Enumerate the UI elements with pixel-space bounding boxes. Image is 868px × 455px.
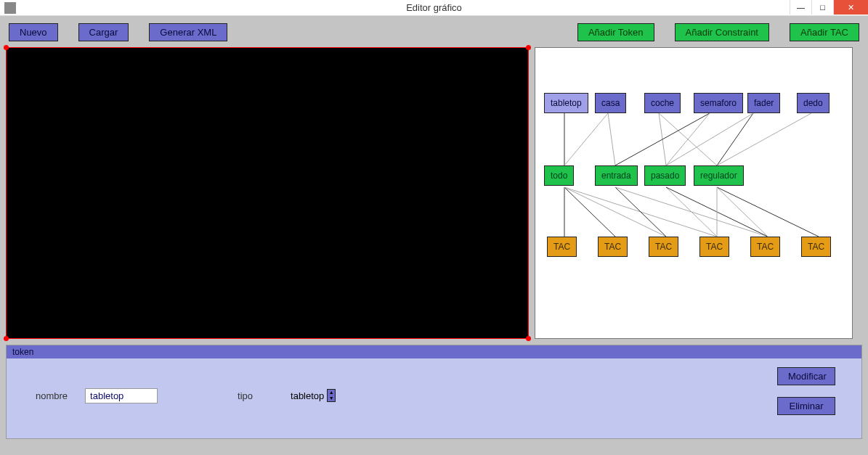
maximize-button[interactable]: □	[811, 0, 833, 15]
graph-panel[interactable]: tabletop casa coche semaforo fader dedo …	[535, 47, 853, 339]
chevron-up-icon: ▲	[328, 390, 335, 395]
tac-node[interactable]: TAC	[699, 237, 729, 257]
property-panel: token nombre tipo tabletop ▲ ▼ Modificar…	[6, 345, 862, 439]
svg-line-3	[659, 113, 666, 165]
token-node[interactable]: dedo	[797, 93, 830, 113]
svg-line-11	[564, 187, 615, 237]
nuevo-button[interactable]: Nuevo	[9, 23, 58, 41]
modificar-button[interactable]: Modificar	[777, 367, 835, 385]
token-node[interactable]: casa	[595, 93, 626, 113]
toolbar: Nuevo Cargar Generar XML Añadir Token Añ…	[6, 19, 862, 47]
node-label: casa	[601, 98, 620, 108]
cargar-button[interactable]: Cargar	[78, 23, 129, 41]
tac-node[interactable]: TAC	[649, 237, 678, 257]
tipo-label: tipo	[238, 390, 253, 401]
svg-line-17	[666, 187, 768, 237]
svg-line-1	[564, 113, 608, 165]
minimize-button[interactable]: —	[790, 0, 811, 15]
canvas[interactable]	[6, 47, 529, 339]
node-label: TAC	[706, 242, 723, 252]
token-node[interactable]: fader	[747, 93, 780, 113]
eliminar-button[interactable]: Eliminar	[777, 397, 835, 415]
add-token-button[interactable]: Añadir Token	[577, 23, 654, 41]
svg-line-4	[659, 113, 717, 165]
node-label: semaforo	[700, 98, 737, 108]
panel-header: token	[7, 345, 861, 358]
tipo-stepper[interactable]: ▲ ▼	[327, 389, 336, 402]
node-label: coche	[651, 98, 674, 108]
chevron-down-icon: ▼	[328, 395, 335, 401]
token-node[interactable]: coche	[644, 93, 681, 113]
node-label: TAC	[757, 242, 774, 252]
svg-line-14	[615, 187, 666, 237]
node-label: dedo	[803, 98, 823, 108]
resize-handle-bl[interactable]	[4, 336, 9, 341]
svg-line-6	[666, 113, 710, 165]
token-node[interactable]: tabletop	[544, 93, 588, 113]
token-node[interactable]: semaforo	[694, 93, 743, 113]
tac-node[interactable]: TAC	[801, 237, 831, 257]
generar-xml-button[interactable]: Generar XML	[149, 23, 227, 41]
svg-line-19	[717, 187, 819, 237]
node-label: fader	[754, 98, 774, 108]
app-icon	[4, 2, 16, 14]
svg-line-20	[717, 187, 768, 237]
constraint-node[interactable]: entrada	[595, 165, 638, 186]
tac-node[interactable]: TAC	[547, 237, 577, 257]
node-label: tabletop	[551, 98, 582, 108]
tac-node[interactable]: TAC	[598, 237, 628, 257]
titlebar: Editor gráfico — □ ✕	[0, 0, 868, 16]
nombre-input[interactable]	[85, 388, 158, 403]
constraint-node[interactable]: todo	[544, 165, 574, 186]
node-label: pasado	[651, 171, 679, 181]
svg-line-16	[666, 187, 717, 237]
node-label: TAC	[553, 242, 570, 252]
add-tac-button[interactable]: Añadir TAC	[790, 23, 859, 41]
svg-line-2	[608, 113, 615, 165]
svg-line-9	[717, 113, 811, 165]
node-label: regulador	[700, 171, 737, 181]
resize-handle-br[interactable]	[526, 336, 531, 341]
resize-handle-tl[interactable]	[4, 45, 9, 50]
tipo-value: tabletop	[291, 390, 324, 401]
svg-line-13	[564, 187, 717, 237]
svg-line-5	[615, 113, 710, 165]
constraint-node[interactable]: regulador	[694, 165, 744, 186]
svg-line-12	[564, 187, 666, 237]
node-label: todo	[551, 171, 567, 181]
nombre-label: nombre	[36, 390, 68, 401]
window-title: Editor gráfico	[406, 2, 462, 13]
constraint-node[interactable]: pasado	[644, 165, 686, 186]
svg-line-7	[717, 113, 753, 165]
node-label: TAC	[655, 242, 672, 252]
tac-node[interactable]: TAC	[750, 237, 780, 257]
node-label: entrada	[601, 171, 631, 181]
close-button[interactable]: ✕	[833, 0, 868, 15]
node-label: TAC	[604, 242, 621, 252]
node-label: TAC	[808, 242, 824, 252]
app-body: Nuevo Cargar Generar XML Añadir Token Añ…	[0, 16, 868, 455]
svg-line-15	[615, 187, 768, 237]
add-constraint-button[interactable]: Añadir Constraint	[675, 23, 769, 41]
svg-line-8	[666, 113, 753, 165]
resize-handle-tr[interactable]	[526, 45, 531, 50]
